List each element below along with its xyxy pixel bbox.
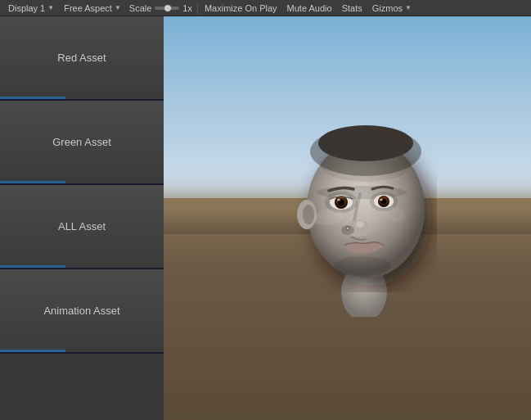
main-content: Red Asset Green Asset ALL Asset Animatio… bbox=[0, 16, 531, 420]
all-asset-label: ALL Asset bbox=[58, 220, 106, 233]
free-aspect-label: Free Aspect bbox=[64, 3, 112, 13]
gizmos-arrow: ▼ bbox=[405, 4, 412, 11]
red-asset-button[interactable]: Red Asset bbox=[0, 16, 164, 101]
green-asset-label: Green Asset bbox=[52, 136, 111, 148]
mute-label: Mute Audio bbox=[287, 3, 332, 13]
scale-slider-thumb bbox=[164, 5, 171, 11]
display-label: Display 1 bbox=[8, 3, 45, 13]
display-arrow: ▼ bbox=[47, 4, 54, 11]
right-eye-highlight bbox=[337, 198, 340, 201]
red-asset-label: Red Asset bbox=[57, 52, 106, 64]
toolbar: Display 1 ▼ Free Aspect ▼ Scale 1x Maxim… bbox=[0, 0, 531, 16]
scale-slider-track[interactable] bbox=[155, 7, 179, 10]
hair-top bbox=[318, 125, 413, 161]
maximize-on-play-button[interactable]: Maximize On Play bbox=[200, 0, 282, 16]
nose-highlight bbox=[356, 221, 364, 228]
scene-view bbox=[164, 16, 531, 420]
maximize-label: Maximize On Play bbox=[205, 3, 277, 13]
nose-stud-highlight bbox=[347, 228, 349, 229]
scale-label: Scale bbox=[129, 3, 152, 13]
free-aspect-arrow: ▼ bbox=[115, 4, 121, 11]
scale-control: Scale 1x bbox=[126, 3, 196, 13]
animation-asset-label: Animation Asset bbox=[43, 305, 119, 317]
left-ear-inner bbox=[303, 205, 314, 224]
chin-shadow bbox=[334, 256, 391, 276]
green-asset-button[interactable]: Green Asset bbox=[0, 101, 164, 185]
mute-audio-button[interactable]: Mute Audio bbox=[282, 0, 337, 16]
gizmos-selector[interactable]: Gizmos ▼ bbox=[367, 0, 416, 16]
head-svg bbox=[284, 120, 448, 317]
gizmos-label: Gizmos bbox=[372, 3, 403, 13]
stats-button[interactable]: Stats bbox=[337, 0, 367, 16]
scale-value: 1x bbox=[182, 3, 192, 13]
display-selector[interactable]: Display 1 ▼ bbox=[3, 0, 59, 16]
left-eye-highlight bbox=[380, 198, 383, 201]
all-asset-button[interactable]: ALL Asset bbox=[0, 185, 164, 269]
free-aspect-selector[interactable]: Free Aspect ▼ bbox=[59, 0, 126, 16]
animation-asset-button[interactable]: Animation Asset bbox=[0, 269, 164, 354]
left-panel: Red Asset Green Asset ALL Asset Animatio… bbox=[0, 16, 164, 420]
3d-head bbox=[284, 120, 448, 317]
stats-label: Stats bbox=[342, 3, 362, 13]
separator-1 bbox=[197, 2, 198, 14]
